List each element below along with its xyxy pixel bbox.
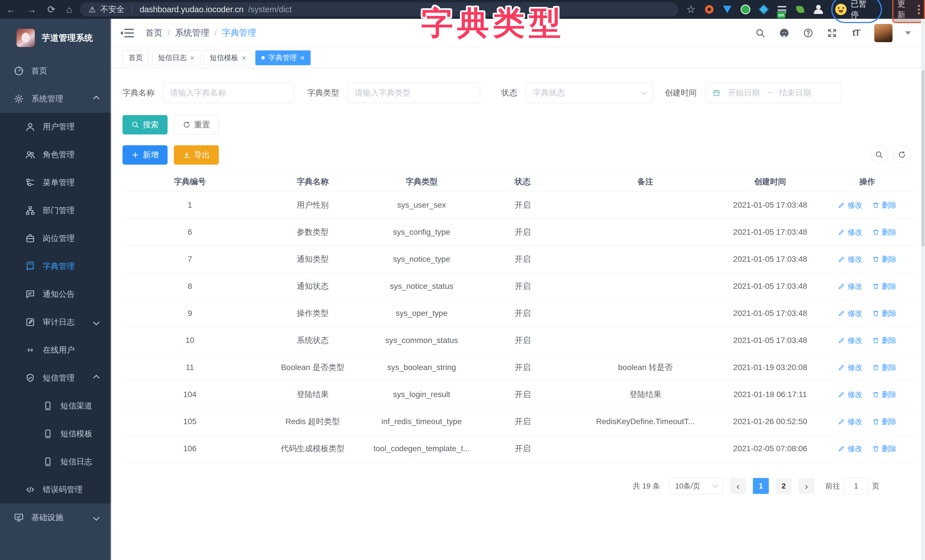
delete-link[interactable]: 删除	[872, 363, 896, 373]
extension-tampermonkey-icon[interactable]: on	[777, 4, 787, 15]
forward-icon[interactable]: →	[27, 4, 36, 15]
delete-link[interactable]: 删除	[872, 227, 896, 237]
tab-home[interactable]: 首页	[122, 50, 149, 65]
sidebar-item-sms-channel[interactable]: 短信渠道	[0, 392, 111, 420]
page-scrollbar[interactable]	[921, 19, 925, 560]
close-icon[interactable]: ×	[300, 54, 304, 62]
edit-link[interactable]: 修改	[838, 417, 862, 427]
sidebar-item-posts[interactable]: 岗位管理	[0, 224, 111, 252]
browser-menu-icon[interactable]	[918, 5, 920, 14]
sidebar-item-online-users[interactable]: 在线用户	[0, 336, 111, 364]
home-icon[interactable]: ⌂	[66, 4, 72, 15]
sidebar-item-home[interactable]: 首页	[0, 57, 111, 85]
edit-link[interactable]: 修改	[838, 363, 862, 373]
sidebar-collapse-icon[interactable]	[121, 28, 134, 38]
page-button-1[interactable]: 1	[753, 478, 769, 494]
sidebar-item-menus[interactable]: 菜单管理	[0, 169, 111, 197]
toggle-search-button[interactable]	[870, 146, 888, 164]
extension-leaf-icon[interactable]	[795, 4, 806, 15]
cell-type-link[interactable]: sys_config_type	[368, 227, 475, 237]
font-size-icon[interactable]: tT	[850, 27, 862, 39]
delete-link[interactable]: 删除	[872, 254, 896, 264]
breadcrumb-system[interactable]: 系统管理	[175, 27, 209, 39]
back-icon[interactable]: ←	[6, 4, 16, 15]
delete-link[interactable]: 删除	[872, 444, 896, 454]
sidebar-group-system[interactable]: 系统管理	[0, 85, 111, 113]
help-icon[interactable]	[803, 27, 814, 39]
sidebar-item-notices[interactable]: 通知公告	[0, 280, 111, 308]
page-button-2[interactable]: 2	[776, 478, 792, 494]
edit-link[interactable]: 修改	[838, 444, 862, 454]
sidebar-item-sms-log[interactable]: 短信日志	[0, 448, 111, 476]
reload-icon[interactable]: ⟳	[47, 4, 56, 15]
extension-green-coin-icon[interactable]	[740, 4, 751, 15]
sidebar-scrollbar[interactable]	[110, 19, 111, 560]
delete-link[interactable]: 删除	[872, 390, 896, 400]
breadcrumb-home[interactable]: 首页	[145, 27, 163, 39]
extension-gem-icon[interactable]	[722, 4, 733, 15]
extension-person-icon[interactable]	[813, 4, 824, 15]
tab-dict-active[interactable]: 字典管理 ×	[255, 50, 310, 65]
sidebar-item-dict[interactable]: 字典管理	[0, 252, 111, 280]
dict-name-input[interactable]	[163, 83, 294, 103]
delete-link[interactable]: 删除	[872, 417, 896, 427]
cell-type-link[interactable]: tool_codegen_template_t...	[368, 444, 475, 453]
bookmark-star-icon[interactable]: ☆	[685, 4, 696, 15]
delete-link[interactable]: 删除	[872, 309, 896, 318]
delete-link[interactable]: 删除	[872, 336, 896, 346]
edit-link[interactable]: 修改	[838, 227, 862, 237]
tab-sms-log[interactable]: 短信日志 ×	[152, 50, 200, 65]
user-avatar[interactable]	[874, 24, 892, 42]
cell-type-link[interactable]: sys_login_result	[368, 390, 475, 399]
cell-type-link[interactable]: sys_oper_type	[368, 309, 475, 318]
cell-type-link[interactable]: sys_notice_type	[368, 254, 475, 264]
sidebar-group-sms[interactable]: 短信管理	[0, 364, 111, 392]
browser-update-button[interactable]: 更新	[892, 0, 925, 23]
edit-link[interactable]: 修改	[838, 254, 862, 264]
close-icon[interactable]: ×	[242, 54, 246, 62]
page-size-value: 10条/页	[675, 481, 700, 491]
address-bar[interactable]: ⚠ 不安全 dashboard.yudao.iocoder.cn/system/…	[80, 2, 678, 17]
sidebar-group-infra[interactable]: 基础设施	[0, 504, 111, 531]
sidebar-item-error-codes[interactable]: 错误码管理	[0, 476, 111, 504]
edit-link[interactable]: 修改	[838, 200, 862, 210]
edit-link[interactable]: 修改	[838, 309, 862, 318]
fullscreen-icon[interactable]	[826, 27, 838, 39]
sidebar-item-departments[interactable]: 部门管理	[0, 197, 111, 224]
add-button[interactable]: 新增	[122, 145, 167, 165]
cell-type-link[interactable]: inf_redis_timeout_type	[368, 417, 475, 426]
sidebar-item-roles[interactable]: 角色管理	[0, 141, 111, 169]
page-size-select[interactable]: 10条/页	[669, 478, 723, 494]
goto-page-input[interactable]	[844, 478, 868, 494]
search-button[interactable]: 搜索	[122, 115, 167, 134]
prev-page-button[interactable]: ‹	[730, 478, 746, 494]
search-icon[interactable]	[755, 27, 766, 39]
cell-type-link[interactable]: sys_notice_status	[368, 282, 475, 291]
scrollbar-thumb[interactable]	[922, 70, 924, 247]
edit-link[interactable]: 修改	[838, 390, 862, 400]
sidebar-item-sms-template[interactable]: 短信模板	[0, 420, 111, 448]
tab-sms-template[interactable]: 短信模板 ×	[204, 50, 252, 65]
delete-link[interactable]: 删除	[872, 200, 896, 210]
extension-diamond-icon[interactable]	[758, 4, 769, 15]
sidebar-group-audit-log[interactable]: 审计日志	[0, 308, 111, 336]
date-range-picker[interactable]: 开始日期 ~ 结束日期	[705, 83, 841, 103]
edit-link[interactable]: 修改	[838, 336, 862, 346]
reset-button[interactable]: 重置	[174, 115, 219, 134]
export-button[interactable]: 导出	[174, 145, 219, 165]
edit-link[interactable]: 修改	[838, 282, 862, 291]
dict-type-input[interactable]	[348, 83, 480, 103]
status-select[interactable]: 字典状态	[526, 83, 654, 103]
github-icon[interactable]	[779, 27, 790, 39]
extension-donut-icon[interactable]	[704, 4, 715, 15]
paused-extension-badge[interactable]: 已暂停	[831, 0, 882, 23]
delete-link[interactable]: 删除	[872, 282, 896, 291]
sidebar-item-users[interactable]: 用户管理	[0, 113, 111, 141]
next-page-button[interactable]: ›	[798, 478, 814, 494]
cell-type-link[interactable]: sys_common_status	[368, 336, 475, 345]
refresh-table-button[interactable]	[893, 146, 911, 164]
avatar-caret-icon[interactable]	[905, 31, 911, 35]
cell-type-link[interactable]: sys_user_sex	[368, 200, 475, 210]
cell-type-link[interactable]: sys_boolean_string	[368, 363, 475, 372]
close-icon[interactable]: ×	[190, 54, 194, 62]
